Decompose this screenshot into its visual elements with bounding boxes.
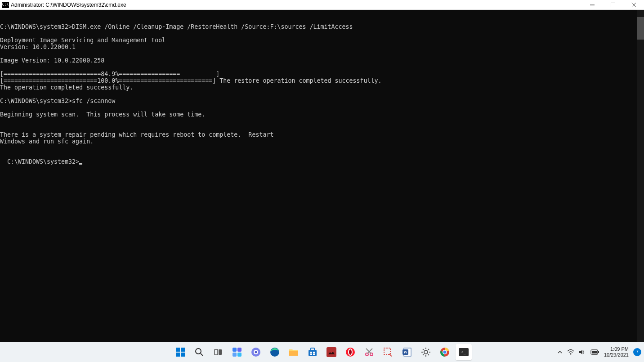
svg-point-39 bbox=[424, 350, 428, 354]
svg-text:W: W bbox=[403, 350, 407, 354]
start-button[interactable] bbox=[172, 344, 188, 360]
screen-sketch-icon bbox=[383, 347, 393, 357]
scrollbar-track[interactable] bbox=[637, 10, 644, 342]
wifi-icon[interactable] bbox=[567, 349, 574, 355]
svg-rect-11 bbox=[219, 349, 222, 355]
opera-button[interactable] bbox=[342, 344, 358, 360]
task-view-button[interactable] bbox=[210, 344, 226, 360]
terminal-prompt: C:\WINDOWS\system32> bbox=[7, 158, 79, 165]
svg-point-30 bbox=[349, 349, 352, 355]
svg-point-53 bbox=[570, 353, 571, 354]
svg-rect-1 bbox=[611, 3, 615, 7]
date-text: 10/29/2021 bbox=[604, 352, 629, 358]
svg-line-47 bbox=[423, 354, 424, 355]
notifications-badge[interactable]: 7 bbox=[633, 348, 641, 356]
chrome-button[interactable] bbox=[437, 344, 453, 360]
cmd-icon: C:\ bbox=[2, 2, 9, 8]
opera-icon bbox=[345, 347, 355, 357]
time-text: 1:09 PM bbox=[604, 346, 629, 352]
svg-line-46 bbox=[428, 349, 429, 350]
maximize-icon bbox=[611, 3, 615, 7]
app-red-button[interactable] bbox=[323, 344, 340, 360]
word-icon: W bbox=[402, 347, 412, 357]
window-titlebar: C:\ Administrator: C:\WINDOWS\system32\c… bbox=[0, 0, 644, 10]
windows-icon bbox=[175, 347, 185, 357]
svg-rect-25 bbox=[310, 353, 312, 355]
word-button[interactable]: W bbox=[399, 344, 415, 360]
svg-rect-55 bbox=[598, 351, 599, 353]
window-title: Administrator: C:\WINDOWS\system32\cmd.e… bbox=[11, 2, 126, 8]
taskbar: W >_ 1:09 PM 10/29/2021 7 bbox=[0, 342, 644, 362]
svg-rect-6 bbox=[176, 353, 180, 357]
chrome-icon bbox=[440, 347, 450, 357]
maximize-button[interactable] bbox=[603, 0, 623, 10]
battery-icon[interactable] bbox=[590, 349, 599, 355]
taskbar-center: W >_ bbox=[172, 344, 472, 360]
microsoft-store-button[interactable] bbox=[304, 344, 321, 360]
svg-point-8 bbox=[196, 349, 201, 354]
snip-button[interactable] bbox=[361, 344, 377, 360]
svg-rect-21 bbox=[309, 350, 317, 356]
svg-rect-35 bbox=[384, 348, 390, 354]
svg-rect-26 bbox=[313, 353, 315, 355]
chevron-up-icon[interactable] bbox=[557, 349, 563, 355]
svg-line-44 bbox=[423, 349, 424, 350]
teams-icon bbox=[251, 347, 261, 357]
cursor bbox=[79, 163, 82, 165]
close-icon bbox=[631, 3, 636, 7]
search-icon bbox=[195, 348, 204, 357]
terminal-button[interactable]: >_ bbox=[456, 344, 472, 360]
edge-button[interactable] bbox=[267, 344, 283, 360]
svg-rect-4 bbox=[176, 348, 180, 352]
svg-rect-56 bbox=[592, 351, 597, 353]
clock[interactable]: 1:09 PM 10/29/2021 bbox=[604, 346, 629, 358]
svg-point-18 bbox=[255, 351, 257, 353]
search-button[interactable] bbox=[191, 344, 207, 360]
screen-sketch-button[interactable] bbox=[380, 344, 396, 360]
volume-icon[interactable] bbox=[579, 349, 586, 355]
svg-line-9 bbox=[201, 353, 203, 356]
svg-rect-5 bbox=[181, 348, 185, 352]
svg-rect-20 bbox=[289, 351, 298, 356]
widgets-button[interactable] bbox=[229, 344, 245, 360]
system-tray: 1:09 PM 10/29/2021 7 bbox=[557, 346, 644, 358]
scrollbar-thumb[interactable] bbox=[637, 17, 644, 40]
svg-rect-10 bbox=[215, 349, 218, 355]
svg-rect-7 bbox=[181, 353, 185, 357]
svg-rect-13 bbox=[237, 348, 242, 352]
close-button[interactable] bbox=[623, 0, 644, 10]
store-icon bbox=[308, 347, 318, 357]
minimize-button[interactable] bbox=[582, 0, 603, 10]
teams-button[interactable] bbox=[248, 344, 264, 360]
snip-icon bbox=[364, 347, 374, 357]
svg-rect-14 bbox=[233, 353, 237, 357]
terminal-icon: >_ bbox=[459, 348, 469, 356]
gear-icon bbox=[421, 347, 431, 357]
file-explorer-button[interactable] bbox=[286, 344, 302, 360]
svg-line-45 bbox=[428, 354, 429, 355]
task-view-icon bbox=[214, 348, 223, 357]
svg-rect-12 bbox=[233, 348, 237, 352]
edge-icon bbox=[270, 347, 280, 357]
svg-rect-22 bbox=[311, 348, 314, 350]
widgets-icon bbox=[232, 347, 242, 357]
svg-rect-24 bbox=[313, 352, 315, 353]
svg-rect-27 bbox=[326, 347, 336, 357]
folder-icon bbox=[289, 348, 299, 357]
svg-text:>_: >_ bbox=[461, 349, 466, 354]
settings-button[interactable] bbox=[418, 344, 434, 360]
terminal-output[interactable]: C:\WINDOWS\system32>DISM.exe /Online /Cl… bbox=[0, 10, 644, 342]
minimize-icon bbox=[590, 3, 595, 7]
svg-point-50 bbox=[443, 350, 447, 353]
app-red-icon bbox=[326, 347, 336, 357]
svg-rect-23 bbox=[310, 352, 312, 353]
svg-rect-15 bbox=[237, 353, 242, 357]
